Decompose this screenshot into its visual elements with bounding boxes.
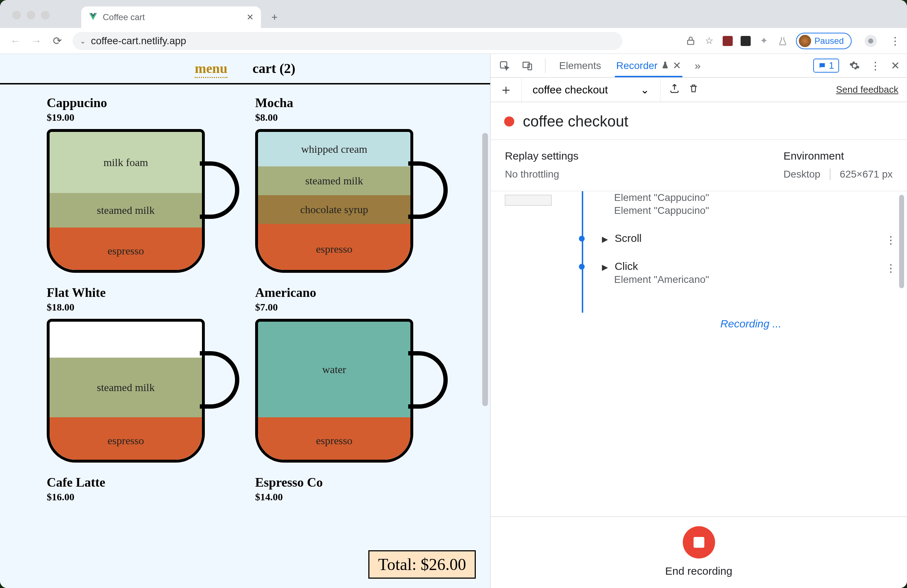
devtools-settings-icon[interactable] bbox=[849, 60, 860, 71]
tab-title: Coffee cart bbox=[103, 12, 145, 22]
products-grid: Cappucino $19.00 milk foamsteamed milkes… bbox=[0, 85, 490, 514]
cup-layer: espresso bbox=[50, 228, 202, 273]
recording-select[interactable]: coffee checkout ⌄ bbox=[521, 78, 660, 102]
site-info-icon[interactable]: ⌄ bbox=[80, 37, 86, 45]
cup-layer: milk foam bbox=[50, 132, 202, 193]
more-tabs-icon[interactable]: » bbox=[695, 60, 701, 72]
page-scrollbar[interactable] bbox=[482, 133, 488, 406]
step-menu-icon[interactable]: ⋮ bbox=[885, 191, 896, 192]
cup-layer: espresso bbox=[258, 417, 410, 463]
export-icon[interactable] bbox=[669, 83, 680, 96]
cup-handle bbox=[200, 161, 239, 219]
profile-badge-icon[interactable] bbox=[865, 35, 877, 47]
profile-paused-chip[interactable]: Paused bbox=[796, 33, 852, 49]
chrome-menu-icon[interactable]: ⋮ bbox=[890, 35, 901, 47]
step-menu-icon[interactable]: ⋮ bbox=[885, 262, 896, 274]
total-badge[interactable]: Total: $26.00 bbox=[369, 550, 476, 578]
product-card[interactable]: Cafe Latte $16.00 bbox=[47, 475, 248, 503]
step-menu-icon[interactable]: ⋮ bbox=[885, 234, 896, 246]
recorder-step[interactable]: ▶ Click Element "Americano" ⋮ bbox=[602, 260, 900, 285]
messages-chip[interactable]: 1 bbox=[813, 59, 839, 73]
bookmark-star-icon[interactable]: ☆ bbox=[704, 35, 715, 46]
inspect-element-icon[interactable] bbox=[499, 60, 510, 71]
product-card[interactable]: Cappucino $19.00 milk foamsteamed milkes… bbox=[47, 95, 248, 273]
recording-settings: Replay settings No throttling Environmen… bbox=[490, 140, 907, 191]
traffic-zoom[interactable] bbox=[41, 11, 50, 19]
cup-layer: steamed milk bbox=[50, 357, 202, 417]
step-label: Click bbox=[614, 260, 638, 272]
steps-scrollbar[interactable] bbox=[899, 195, 904, 288]
vue-favicon-icon bbox=[88, 12, 98, 22]
recording-header: coffee checkout bbox=[490, 102, 907, 140]
cup-layer: steamed milk bbox=[258, 167, 410, 195]
tab-strip: Coffee cart ✕ + bbox=[0, 0, 907, 28]
new-recording-button[interactable]: ＋ bbox=[499, 80, 513, 99]
delete-icon[interactable] bbox=[689, 83, 699, 96]
coffee-cup: milk foamsteamed milkespresso bbox=[47, 129, 234, 273]
cup-layer bbox=[50, 322, 202, 357]
env-device: Desktop bbox=[784, 168, 820, 180]
product-price: $16.00 bbox=[47, 491, 248, 503]
page-nav: menu cart (2) bbox=[0, 54, 490, 85]
steps-area: Click Element "Cappucino" ⋮Element "Capp… bbox=[490, 191, 907, 516]
product-name: Mocha bbox=[255, 95, 457, 111]
environment-label: Environment bbox=[784, 150, 893, 162]
traffic-close[interactable] bbox=[12, 11, 21, 19]
cup-layer: steamed milk bbox=[50, 193, 202, 228]
close-recorder-tab-icon[interactable]: ✕ bbox=[673, 60, 681, 72]
toolbar: ← → ⟳ ⌄ coffee-cart.netlify.app ☆ ✦ Paus… bbox=[0, 28, 907, 54]
timeline: Click Element "Cappucino" ⋮Element "Capp… bbox=[562, 191, 900, 516]
tab-elements[interactable]: Elements bbox=[558, 54, 603, 77]
nav-menu-link[interactable]: menu bbox=[195, 60, 228, 78]
product-card[interactable]: Flat White $18.00 steamed milkespresso bbox=[47, 285, 248, 463]
product-card[interactable]: Americano $7.00 waterespresso bbox=[255, 285, 457, 463]
devtools-menu-icon[interactable]: ⋮ bbox=[870, 59, 881, 72]
send-feedback-link[interactable]: Send feedback bbox=[836, 84, 898, 95]
address-bar[interactable]: ⌄ coffee-cart.netlify.app bbox=[72, 32, 622, 50]
end-recording-label: End recording bbox=[665, 565, 732, 577]
product-price: $19.00 bbox=[47, 112, 248, 123]
labs-flask-icon[interactable] bbox=[777, 35, 788, 46]
recording-status: Recording ... bbox=[602, 318, 900, 330]
extensions-puzzle-icon[interactable]: ✦ bbox=[759, 35, 769, 46]
cup-handle bbox=[408, 351, 448, 409]
paused-label: Paused bbox=[815, 36, 844, 46]
nav-cart-link[interactable]: cart (2) bbox=[253, 60, 295, 78]
recorder-footer: End recording bbox=[490, 516, 907, 588]
step-label: Scroll bbox=[614, 232, 641, 244]
cup-layer: water bbox=[258, 322, 410, 417]
traffic-minimize[interactable] bbox=[27, 11, 35, 19]
replay-throttling-value[interactable]: No throttling bbox=[505, 168, 578, 180]
share-icon[interactable] bbox=[685, 35, 696, 46]
step-sublabel: Element "Cappucino" bbox=[614, 192, 900, 203]
cup-handle bbox=[408, 161, 448, 219]
product-name: Flat White bbox=[47, 285, 248, 300]
forward-button[interactable]: → bbox=[27, 32, 45, 50]
timeline-line bbox=[582, 191, 583, 313]
product-name: Cappucino bbox=[47, 95, 248, 111]
extension-1-icon[interactable] bbox=[723, 36, 733, 46]
cup-layer: whipped cream bbox=[258, 132, 410, 167]
step-dot-icon bbox=[579, 264, 585, 269]
recorder-step[interactable]: ▶ Scroll ⋮ bbox=[602, 232, 900, 244]
browser-tab[interactable]: Coffee cart ✕ bbox=[81, 6, 261, 28]
devtools-close-icon[interactable]: ✕ bbox=[891, 59, 900, 72]
back-button[interactable]: ← bbox=[6, 32, 24, 50]
cup-handle bbox=[200, 351, 239, 409]
expand-step-icon[interactable]: ▶ bbox=[602, 263, 608, 272]
reload-button[interactable]: ⟳ bbox=[48, 32, 66, 50]
experiment-flask-icon bbox=[661, 60, 669, 72]
product-card[interactable]: Espresso Co $14.00 bbox=[255, 475, 457, 503]
close-tab-icon[interactable]: ✕ bbox=[247, 12, 254, 22]
new-tab-button[interactable]: + bbox=[268, 10, 282, 24]
expand-step-icon[interactable]: ▶ bbox=[602, 235, 608, 244]
device-toolbar-icon[interactable] bbox=[522, 60, 533, 71]
end-recording-button[interactable] bbox=[683, 526, 715, 559]
product-price: $7.00 bbox=[255, 301, 457, 313]
product-price: $18.00 bbox=[47, 301, 248, 313]
product-card[interactable]: Mocha $8.00 whipped creamsteamed milkcho… bbox=[255, 95, 457, 273]
tab-recorder[interactable]: Recorder ✕ bbox=[615, 54, 683, 77]
extension-2-icon[interactable] bbox=[740, 36, 751, 46]
recorder-step[interactable]: Click Element "Cappucino" ⋮Element "Capp… bbox=[602, 191, 900, 216]
cup-layer: espresso bbox=[258, 224, 410, 273]
